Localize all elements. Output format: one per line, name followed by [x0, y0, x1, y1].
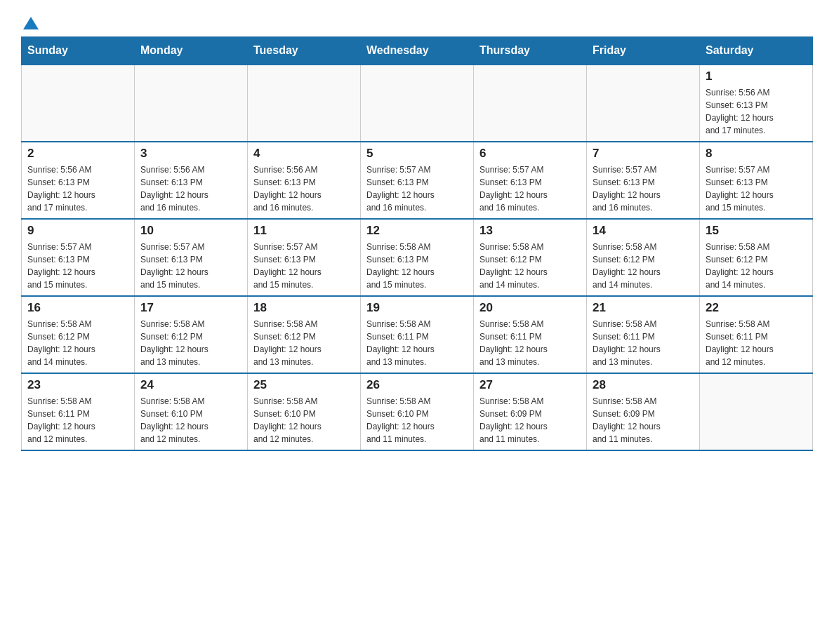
day-number: 6 — [479, 147, 581, 161]
day-info: Sunrise: 5:58 AMSunset: 6:13 PMDaylight:… — [366, 241, 468, 291]
calendar-week-row: 16Sunrise: 5:58 AMSunset: 6:12 PMDayligh… — [22, 296, 813, 373]
calendar-cell: 14Sunrise: 5:58 AMSunset: 6:12 PMDayligh… — [587, 219, 700, 296]
calendar-cell: 26Sunrise: 5:58 AMSunset: 6:10 PMDayligh… — [361, 373, 474, 450]
svg-marker-0 — [23, 17, 39, 29]
day-info: Sunrise: 5:57 AMSunset: 6:13 PMDaylight:… — [593, 163, 694, 214]
calendar-cell: 6Sunrise: 5:57 AMSunset: 6:13 PMDaylight… — [474, 142, 587, 219]
day-info: Sunrise: 5:58 AMSunset: 6:12 PMDaylight:… — [706, 241, 807, 291]
day-info: Sunrise: 5:57 AMSunset: 6:13 PMDaylight:… — [479, 163, 581, 214]
day-info: Sunrise: 5:58 AMSunset: 6:10 PMDaylight:… — [253, 395, 355, 445]
day-number: 14 — [593, 224, 694, 238]
calendar-cell — [22, 65, 135, 142]
weekday-header-friday: Friday — [587, 37, 700, 65]
day-number: 11 — [253, 224, 355, 238]
calendar-table: SundayMondayTuesdayWednesdayThursdayFrid… — [21, 36, 813, 451]
day-info: Sunrise: 5:58 AMSunset: 6:12 PMDaylight:… — [593, 241, 694, 291]
day-number: 20 — [479, 301, 581, 315]
day-number: 2 — [27, 147, 128, 161]
day-info: Sunrise: 5:57 AMSunset: 6:13 PMDaylight:… — [27, 241, 128, 291]
calendar-cell — [135, 65, 248, 142]
day-number: 9 — [27, 224, 128, 238]
calendar-cell: 10Sunrise: 5:57 AMSunset: 6:13 PMDayligh… — [135, 219, 248, 296]
day-number: 16 — [27, 301, 128, 315]
day-number: 5 — [366, 147, 468, 161]
calendar-cell: 16Sunrise: 5:58 AMSunset: 6:12 PMDayligh… — [22, 296, 135, 373]
calendar-cell — [700, 373, 813, 450]
day-info: Sunrise: 5:56 AMSunset: 6:13 PMDaylight:… — [27, 163, 128, 214]
weekday-header-monday: Monday — [135, 37, 248, 65]
calendar-cell — [587, 65, 700, 142]
day-number: 24 — [140, 378, 241, 392]
day-info: Sunrise: 5:56 AMSunset: 6:13 PMDaylight:… — [140, 163, 241, 214]
day-info: Sunrise: 5:58 AMSunset: 6:12 PMDaylight:… — [479, 241, 581, 291]
day-number: 23 — [27, 378, 128, 392]
calendar-cell: 12Sunrise: 5:58 AMSunset: 6:13 PMDayligh… — [361, 219, 474, 296]
day-number: 18 — [253, 301, 355, 315]
page-header — [21, 14, 813, 29]
calendar-cell: 7Sunrise: 5:57 AMSunset: 6:13 PMDaylight… — [587, 142, 700, 219]
calendar-cell: 13Sunrise: 5:58 AMSunset: 6:12 PMDayligh… — [474, 219, 587, 296]
calendar-cell: 24Sunrise: 5:58 AMSunset: 6:10 PMDayligh… — [135, 373, 248, 450]
day-number: 22 — [706, 301, 807, 315]
calendar-cell: 28Sunrise: 5:58 AMSunset: 6:09 PMDayligh… — [587, 373, 700, 450]
calendar-cell: 9Sunrise: 5:57 AMSunset: 6:13 PMDaylight… — [22, 219, 135, 296]
calendar-cell: 1Sunrise: 5:56 AMSunset: 6:13 PMDaylight… — [700, 65, 813, 142]
day-number: 12 — [366, 224, 468, 238]
day-number: 1 — [706, 69, 807, 83]
day-info: Sunrise: 5:58 AMSunset: 6:12 PMDaylight:… — [27, 318, 128, 368]
calendar-cell: 2Sunrise: 5:56 AMSunset: 6:13 PMDaylight… — [22, 142, 135, 219]
day-info: Sunrise: 5:58 AMSunset: 6:11 PMDaylight:… — [27, 395, 128, 445]
day-number: 8 — [706, 147, 807, 161]
weekday-header-saturday: Saturday — [700, 37, 813, 65]
day-info: Sunrise: 5:58 AMSunset: 6:12 PMDaylight:… — [253, 318, 355, 368]
day-info: Sunrise: 5:57 AMSunset: 6:13 PMDaylight:… — [140, 241, 241, 291]
day-info: Sunrise: 5:58 AMSunset: 6:12 PMDaylight:… — [140, 318, 241, 368]
logo — [21, 14, 39, 29]
day-info: Sunrise: 5:58 AMSunset: 6:09 PMDaylight:… — [593, 395, 694, 445]
weekday-header-row: SundayMondayTuesdayWednesdayThursdayFrid… — [22, 37, 813, 65]
day-number: 3 — [140, 147, 241, 161]
day-number: 17 — [140, 301, 241, 315]
calendar-cell: 8Sunrise: 5:57 AMSunset: 6:13 PMDaylight… — [700, 142, 813, 219]
day-number: 27 — [479, 378, 581, 392]
day-number: 28 — [593, 378, 694, 392]
day-info: Sunrise: 5:58 AMSunset: 6:11 PMDaylight:… — [706, 318, 807, 368]
calendar-cell: 25Sunrise: 5:58 AMSunset: 6:10 PMDayligh… — [248, 373, 361, 450]
day-number: 13 — [479, 224, 581, 238]
calendar-cell: 15Sunrise: 5:58 AMSunset: 6:12 PMDayligh… — [700, 219, 813, 296]
day-info: Sunrise: 5:58 AMSunset: 6:10 PMDaylight:… — [366, 395, 468, 445]
calendar-week-row: 1Sunrise: 5:56 AMSunset: 6:13 PMDaylight… — [22, 65, 813, 142]
day-info: Sunrise: 5:56 AMSunset: 6:13 PMDaylight:… — [706, 86, 807, 137]
calendar-cell: 11Sunrise: 5:57 AMSunset: 6:13 PMDayligh… — [248, 219, 361, 296]
day-number: 25 — [253, 378, 355, 392]
calendar-cell — [361, 65, 474, 142]
day-number: 26 — [366, 378, 468, 392]
day-info: Sunrise: 5:58 AMSunset: 6:09 PMDaylight:… — [479, 395, 581, 445]
calendar-cell — [248, 65, 361, 142]
weekday-header-thursday: Thursday — [474, 37, 587, 65]
day-number: 4 — [253, 147, 355, 161]
weekday-header-wednesday: Wednesday — [361, 37, 474, 65]
calendar-week-row: 9Sunrise: 5:57 AMSunset: 6:13 PMDaylight… — [22, 219, 813, 296]
day-number: 10 — [140, 224, 241, 238]
day-info: Sunrise: 5:58 AMSunset: 6:10 PMDaylight:… — [140, 395, 241, 445]
day-number: 7 — [593, 147, 694, 161]
day-info: Sunrise: 5:58 AMSunset: 6:11 PMDaylight:… — [479, 318, 581, 368]
calendar-cell: 4Sunrise: 5:56 AMSunset: 6:13 PMDaylight… — [248, 142, 361, 219]
calendar-cell: 17Sunrise: 5:58 AMSunset: 6:12 PMDayligh… — [135, 296, 248, 373]
day-number: 21 — [593, 301, 694, 315]
day-info: Sunrise: 5:56 AMSunset: 6:13 PMDaylight:… — [253, 163, 355, 214]
day-number: 19 — [366, 301, 468, 315]
day-info: Sunrise: 5:57 AMSunset: 6:13 PMDaylight:… — [706, 163, 807, 214]
logo-triangle-icon — [23, 17, 39, 29]
calendar-week-row: 2Sunrise: 5:56 AMSunset: 6:13 PMDaylight… — [22, 142, 813, 219]
calendar-cell: 3Sunrise: 5:56 AMSunset: 6:13 PMDaylight… — [135, 142, 248, 219]
calendar-week-row: 23Sunrise: 5:58 AMSunset: 6:11 PMDayligh… — [22, 373, 813, 450]
calendar-cell: 20Sunrise: 5:58 AMSunset: 6:11 PMDayligh… — [474, 296, 587, 373]
calendar-cell — [474, 65, 587, 142]
day-info: Sunrise: 5:58 AMSunset: 6:11 PMDaylight:… — [366, 318, 468, 368]
calendar-cell: 5Sunrise: 5:57 AMSunset: 6:13 PMDaylight… — [361, 142, 474, 219]
day-info: Sunrise: 5:57 AMSunset: 6:13 PMDaylight:… — [366, 163, 468, 214]
calendar-cell: 18Sunrise: 5:58 AMSunset: 6:12 PMDayligh… — [248, 296, 361, 373]
calendar-cell: 21Sunrise: 5:58 AMSunset: 6:11 PMDayligh… — [587, 296, 700, 373]
